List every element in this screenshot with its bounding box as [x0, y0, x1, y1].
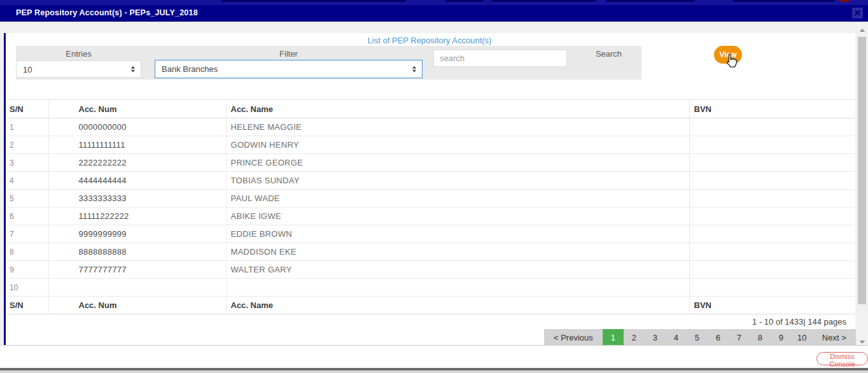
cell-acc-num: 11111222222: [48, 208, 226, 225]
table-row: 4 4444444444 TOBIAS SUNDAY: [6, 172, 855, 190]
table-row: 5 3333333333 PAUL WADE: [6, 190, 855, 208]
cell-sn: 7: [6, 225, 48, 243]
cell-sn: 4: [6, 172, 48, 190]
cell-acc-name: HELENE MAGGIE: [226, 118, 689, 136]
footer-header-sn: S/N: [6, 297, 48, 314]
table-row: 1 0000000000 HELENE MAGGIE: [6, 118, 855, 136]
page-button-7[interactable]: 7: [729, 329, 750, 347]
page-button-5[interactable]: 5: [687, 329, 708, 347]
cell-acc-name: TOBIAS SUNDAY: [226, 172, 689, 190]
cell-acc-num: 7777777777: [48, 261, 226, 279]
column-header-acc-num: Acc. Num: [48, 100, 226, 118]
next-page-button[interactable]: Next >: [813, 329, 856, 347]
cell-acc-name: GODWIN HENRY: [226, 136, 689, 154]
search-input[interactable]: [433, 50, 567, 67]
cell-sn: 3: [6, 154, 48, 172]
accounts-table: S/N Acc. Num Acc. Name BVN 1 0000000000 …: [6, 99, 856, 314]
cell-bvn: [689, 172, 855, 190]
cell-bvn: [689, 154, 855, 172]
table-row: 6 11111222222 ABIKE IGWE: [6, 208, 855, 225]
page-button-3[interactable]: 3: [645, 329, 666, 347]
cell-sn: 1: [6, 118, 48, 136]
footer-header-bvn: BVN: [689, 297, 855, 314]
bottom-edge: [0, 370, 868, 373]
top-nav-cropped-text: [733, 0, 835, 2]
pagination-summary: 1 - 10 of 1433| 144 pages: [752, 317, 846, 327]
filter-label: Filter: [155, 49, 423, 59]
cell-bvn: [689, 261, 855, 279]
page-button-8[interactable]: 8: [750, 329, 771, 347]
cell-acc-num: 9999999999: [48, 225, 226, 243]
table-toolbar: Entries Filter Search 10 Bank Branches: [16, 46, 641, 80]
vertical-scrollbar[interactable]: [857, 22, 867, 348]
page-button-1[interactable]: 1: [603, 329, 624, 347]
dismiss-console-button[interactable]: Dismiss Console: [816, 352, 868, 365]
cell-acc-name: WALTER GARY: [226, 261, 689, 279]
console-strip: Dismiss Console: [0, 345, 868, 368]
top-nav-cropped-text: [445, 0, 484, 2]
table-row: 10: [6, 279, 855, 297]
page-button-10[interactable]: 10: [792, 329, 813, 347]
scrollbar-thumb[interactable]: [858, 37, 866, 304]
footer-header-acc-num: Acc. Num: [48, 297, 226, 314]
column-header-sn: S/N: [6, 100, 48, 118]
cell-bvn: [689, 136, 855, 154]
cell-bvn: [689, 118, 855, 136]
table-row: 3 2222222222 PRINCE GEORGE: [6, 154, 855, 172]
page-button-6[interactable]: 6: [708, 329, 729, 347]
page-title: PEP Repository Account(s) - PEPs_JULY_20…: [16, 8, 198, 17]
page-button-9[interactable]: 9: [771, 329, 792, 347]
table-row: 8 8888888888 MADDISON EKE: [6, 243, 855, 261]
view-button[interactable]: View: [714, 46, 742, 64]
cell-sn: 10: [6, 279, 48, 297]
entries-select[interactable]: 10: [16, 60, 141, 78]
top-nav-strip: [0, 0, 868, 5]
cell-acc-name: PAUL WADE: [226, 190, 689, 208]
table-footer-row: S/N Acc. Num Acc. Name BVN: [6, 297, 855, 314]
footer-header-acc-name: Acc. Name: [226, 297, 689, 314]
window-title-bar: PEP Repository Account(s) - PEPs_JULY_20…: [0, 5, 868, 22]
cell-acc-name: EDDIE BROWN: [226, 225, 689, 243]
cell-sn: 9: [6, 261, 48, 279]
cell-sn: 5: [6, 190, 48, 208]
cell-bvn: [689, 225, 855, 243]
cell-sn: 6: [6, 208, 48, 225]
cell-acc-name: MADDISON EKE: [226, 243, 689, 261]
page-button-4[interactable]: 4: [666, 329, 687, 347]
cell-bvn: [689, 190, 855, 208]
cell-acc-name: ABIKE IGWE: [226, 208, 689, 225]
cell-acc-num: 2222222222: [48, 154, 226, 172]
cell-sn: 2: [6, 136, 48, 154]
cell-acc-name: PRINCE GEORGE: [226, 154, 689, 172]
top-nav-cropped-marker: [840, 0, 849, 2]
column-header-acc-name: Acc. Name: [226, 100, 689, 118]
page-button-2[interactable]: 2: [624, 329, 645, 347]
column-header-bvn: BVN: [689, 100, 855, 118]
filter-select-value: Bank Branches: [162, 64, 218, 74]
scrollbar-up-icon[interactable]: [857, 25, 867, 34]
table-header-row: S/N Acc. Num Acc. Name BVN: [6, 100, 855, 118]
entries-select-value: 10: [23, 65, 32, 74]
table-row: 9 7777777777 WALTER GARY: [6, 261, 855, 279]
search-label: Search: [576, 49, 641, 59]
select-arrows-icon: [412, 66, 416, 73]
top-nav-cropped-text: [221, 0, 406, 2]
pagination-bar: < Previous 1 2 3 4 5 6 7 8 9 10 Next >: [544, 329, 856, 347]
cell-bvn: [689, 279, 855, 297]
table-row: 2 11111111111 GODWIN HENRY: [6, 136, 855, 154]
cell-acc-num: [48, 279, 226, 297]
entries-label: Entries: [16, 49, 141, 59]
previous-page-button[interactable]: < Previous: [544, 329, 603, 347]
cell-bvn: [689, 243, 855, 261]
cell-acc-num: 0000000000: [48, 118, 226, 136]
cell-acc-num: 4444444444: [48, 172, 226, 190]
cell-bvn: [689, 208, 855, 225]
close-icon[interactable]: [852, 8, 863, 18]
cell-acc-num: 11111111111: [48, 136, 226, 154]
select-arrows-icon: [131, 66, 135, 73]
cell-sn: 8: [6, 243, 48, 261]
list-heading-link[interactable]: List of PEP Repository Account(s): [4, 36, 855, 45]
filter-select[interactable]: Bank Branches: [155, 60, 423, 78]
cell-acc-name: [226, 279, 689, 297]
top-nav-cropped-text: [491, 0, 596, 2]
